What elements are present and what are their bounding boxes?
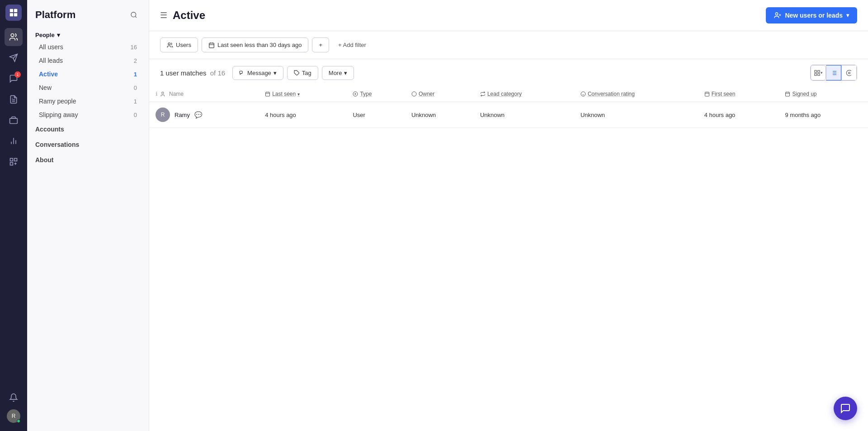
svg-point-20: [776, 13, 778, 15]
table-row[interactable]: R Ramy 💬 4 hours ago User Unknown Unknow…: [149, 102, 868, 128]
left-sidebar: Platform People ▾ All users 16 All leads…: [27, 0, 149, 431]
sidebar-conversations-link[interactable]: Conversations: [27, 137, 149, 152]
sidebar-title: Platform: [35, 9, 75, 21]
data-table: ℹ Name Last seen ▾: [149, 86, 868, 431]
new-users-leads-button[interactable]: New users or leads ▾: [766, 7, 857, 23]
people-section-label[interactable]: People ▾: [27, 27, 149, 40]
chat-icon: 💬: [194, 111, 202, 118]
sidebar-search-button[interactable]: [127, 8, 141, 22]
results-count: 1 user matches of 16: [160, 69, 225, 77]
col-signed-up[interactable]: Signed up: [778, 86, 868, 102]
nav-apps[interactable]: [5, 153, 23, 171]
svg-point-48: [412, 92, 416, 96]
user-name: Ramy: [175, 112, 190, 118]
hamburger-icon[interactable]: ☰: [160, 10, 167, 20]
svg-rect-1: [14, 9, 17, 12]
results-actions: Message ▾ Tag More ▾: [232, 66, 354, 80]
message-button[interactable]: Message ▾: [232, 66, 283, 80]
svg-rect-56: [786, 92, 790, 96]
nav-notifications[interactable]: [5, 389, 23, 407]
add-filter-plus-button[interactable]: +: [312, 37, 329, 52]
svg-point-18: [131, 12, 136, 17]
svg-rect-31: [815, 73, 816, 75]
add-filter-button[interactable]: + Add filter: [333, 38, 372, 52]
last-seen-filter-chip[interactable]: Last seen less than 30 days ago: [202, 37, 308, 52]
results-bar: 1 user matches of 16 Message ▾ Tag More …: [149, 59, 868, 86]
svg-rect-15: [10, 163, 13, 165]
conversation-rating-cell: Unknown: [574, 102, 698, 128]
settings-view-button[interactable]: [841, 65, 857, 80]
col-owner[interactable]: Owner: [405, 86, 474, 102]
svg-rect-32: [818, 73, 820, 75]
info-icon[interactable]: ℹ: [156, 91, 158, 97]
header-left: ☰ Active: [160, 9, 205, 22]
view-toggle-group: ▾: [810, 65, 857, 81]
nav-people[interactable]: [5, 28, 23, 46]
svg-rect-13: [10, 159, 13, 161]
nav-inbox[interactable]: 1: [5, 70, 23, 88]
type-cell: User: [346, 102, 405, 128]
new-users-chevron-icon: ▾: [846, 12, 849, 19]
main-content: ☰ Active New users or leads ▾ Users Last…: [149, 0, 868, 431]
svg-rect-3: [14, 13, 17, 16]
last-seen-cell: 4 hours ago: [259, 102, 346, 128]
sidebar-item-active[interactable]: Active 1: [31, 67, 145, 81]
svg-rect-14: [14, 159, 17, 161]
sidebar-about-link[interactable]: About: [27, 152, 149, 168]
svg-rect-30: [818, 70, 820, 72]
user-avatar-nav[interactable]: R: [7, 409, 20, 423]
chat-fab-button[interactable]: [834, 397, 857, 420]
user-avatar: R: [156, 108, 170, 122]
svg-line-19: [135, 16, 137, 18]
svg-rect-52: [705, 92, 709, 96]
sidebar-header: Platform: [27, 0, 149, 27]
message-chevron-icon: ▾: [274, 70, 277, 76]
grid-view-button[interactable]: ▾: [811, 65, 826, 80]
sidebar-item-all-leads[interactable]: All leads 2: [31, 54, 145, 67]
col-conversation-rating[interactable]: Conversation rating: [574, 86, 698, 102]
name-cell: R Ramy 💬: [149, 102, 259, 128]
sidebar-item-ramy-people[interactable]: Ramy people 1: [31, 94, 145, 108]
svg-point-39: [848, 72, 850, 74]
svg-point-23: [168, 42, 170, 45]
col-first-seen[interactable]: First seen: [698, 86, 779, 102]
sidebar-item-new[interactable]: New 0: [31, 81, 145, 94]
signed-up-cell: 9 months ago: [778, 102, 868, 128]
icon-sidebar: 1 R: [0, 0, 27, 431]
col-lead-category[interactable]: Lead category: [474, 86, 574, 102]
svg-rect-24: [209, 43, 214, 48]
filter-bar: Users Last seen less than 30 days ago + …: [149, 31, 868, 59]
sidebar-item-slipping-away[interactable]: Slipping away 0: [31, 108, 145, 122]
sidebar-accounts-link[interactable]: Accounts: [27, 122, 149, 137]
svg-rect-0: [10, 9, 13, 12]
sidebar-item-all-users[interactable]: All users 16: [31, 40, 145, 54]
first-seen-cell: 4 hours ago: [698, 102, 779, 128]
nav-outbound[interactable]: [5, 49, 23, 67]
col-last-seen[interactable]: Last seen ▾: [259, 86, 346, 102]
nav-reports[interactable]: [5, 132, 23, 150]
col-name: ℹ Name: [149, 86, 259, 102]
app-logo[interactable]: [5, 5, 22, 21]
more-button[interactable]: More ▾: [322, 66, 354, 80]
svg-rect-41: [266, 92, 270, 96]
nav-tickets[interactable]: [5, 111, 23, 129]
grid-chevron-icon: ▾: [821, 70, 823, 75]
more-chevron-icon: ▾: [344, 70, 347, 76]
tag-button[interactable]: Tag: [287, 66, 318, 80]
svg-rect-29: [815, 70, 816, 72]
col-type[interactable]: Type: [346, 86, 405, 102]
last-seen-sort-icon: ▾: [297, 92, 300, 97]
svg-point-40: [162, 92, 164, 94]
page-title: Active: [173, 9, 205, 22]
users-filter-chip[interactable]: Users: [160, 37, 198, 52]
svg-point-4: [11, 34, 14, 37]
list-view-button[interactable]: [826, 65, 841, 80]
table-header-row: ℹ Name Last seen ▾: [149, 86, 868, 102]
svg-rect-9: [10, 118, 18, 124]
nav-articles[interactable]: [5, 90, 23, 108]
owner-cell: Unknown: [405, 102, 474, 128]
main-header: ☰ Active New users or leads ▾: [149, 0, 868, 31]
inbox-badge: 1: [14, 71, 21, 78]
lead-category-cell: Unknown: [474, 102, 574, 128]
svg-rect-2: [10, 13, 13, 16]
